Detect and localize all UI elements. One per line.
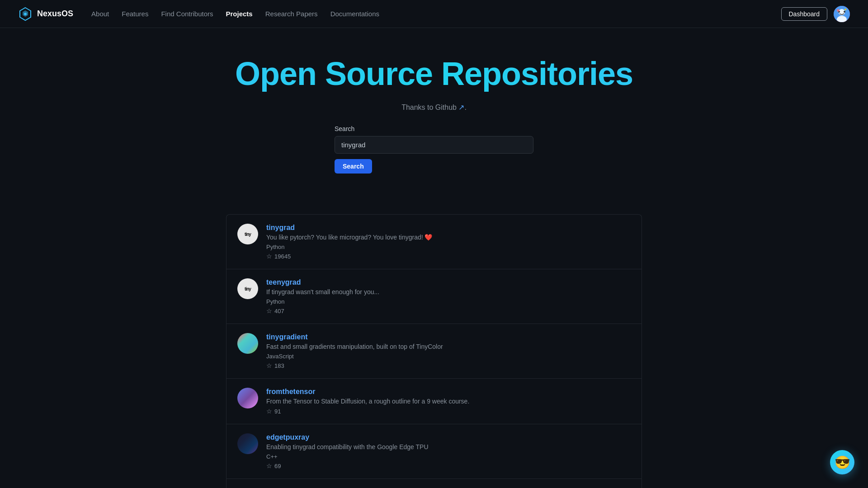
- repo-info: edgetpuxray Enabling tinygrad compatibil…: [266, 433, 631, 469]
- star-icon: ☆: [266, 253, 272, 260]
- nav-research-papers[interactable]: Research Papers: [265, 8, 318, 19]
- repo-name: tinygradient: [266, 333, 631, 341]
- svg-point-8: [837, 9, 840, 12]
- repo-stars: ☆ 69: [266, 462, 631, 469]
- repo-avatar: tiny: [237, 224, 258, 244]
- repo-description: Enabling tinygrad compatibility with the…: [266, 443, 631, 450]
- repo-card[interactable]: tiny teenygrad If tinygrad wasn't small …: [226, 269, 642, 324]
- repo-description: If tinygrad wasn't small enough for you.…: [266, 288, 631, 296]
- floating-assistant[interactable]: 😎: [830, 450, 854, 474]
- repo-name: tinygrad: [266, 224, 631, 232]
- github-link[interactable]: ↗: [458, 103, 464, 111]
- repo-info: teenygrad If tinygrad wasn't small enoug…: [266, 278, 631, 314]
- repo-name: fromthetensor: [266, 388, 631, 396]
- hero-title: Open Source Repositories: [9, 55, 859, 92]
- user-avatar[interactable]: [834, 6, 850, 22]
- nav-features[interactable]: Features: [122, 8, 148, 19]
- repo-stars: ☆ 183: [266, 362, 631, 369]
- star-count: 19645: [274, 253, 291, 260]
- dashboard-button[interactable]: Dashboard: [781, 7, 828, 21]
- repo-card[interactable]: fromthetensor From the Tensor to Stable …: [226, 378, 642, 424]
- repo-name: edgetpuxray: [266, 433, 631, 441]
- star-icon: ☆: [266, 362, 272, 369]
- hero-section: Open Source Repositories Thanks to Githu…: [0, 28, 868, 214]
- repo-card[interactable]: tinygradient Fast and small gradients ma…: [226, 324, 642, 378]
- nav-find-contributors[interactable]: Find Contributors: [161, 8, 213, 19]
- assistant-emoji: 😎: [835, 455, 850, 470]
- repo-info: tinygrad You like pytorch? You like micr…: [266, 224, 631, 260]
- nav-links: About Features Find Contributors Project…: [91, 8, 781, 19]
- star-icon: ☆: [266, 462, 272, 469]
- repo-card[interactable]: tiny tinyrwkv: [226, 479, 642, 488]
- repo-description: Fast and small gradients manipulation, b…: [266, 343, 631, 350]
- repo-stars: ☆ 407: [266, 307, 631, 314]
- star-count: 183: [274, 362, 284, 369]
- svg-point-9: [844, 9, 846, 10]
- repo-avatar: [237, 388, 258, 408]
- repo-language: C++: [266, 453, 631, 460]
- repo-avatar: tiny: [237, 278, 258, 299]
- repo-stars: ☆ 19645: [266, 253, 631, 260]
- results-container: tiny tinygrad You like pytorch? You like…: [226, 214, 642, 488]
- brand[interactable]: NexusOS: [18, 7, 73, 21]
- star-count: 407: [274, 308, 284, 314]
- nav-projects[interactable]: Projects: [226, 8, 253, 19]
- repo-language: Python: [266, 244, 631, 250]
- nav-right: Dashboard: [781, 6, 850, 22]
- search-button[interactable]: Search: [335, 159, 372, 174]
- repo-info: tinygradient Fast and small gradients ma…: [266, 333, 631, 369]
- star-icon: ☆: [266, 307, 272, 314]
- hero-subtitle: Thanks to Github ↗.: [9, 103, 859, 112]
- repo-language: JavaScript: [266, 353, 631, 360]
- nav-about[interactable]: About: [91, 8, 109, 19]
- star-icon: ☆: [266, 408, 272, 415]
- repo-avatar: [237, 333, 258, 354]
- navbar: NexusOS About Features Find Contributors…: [0, 0, 868, 28]
- star-count: 69: [274, 463, 281, 469]
- repo-avatar: [237, 433, 258, 454]
- repo-description: From the Tensor to Stable Diffusion, a r…: [266, 398, 631, 405]
- star-count: 91: [274, 408, 281, 415]
- repo-description: You like pytorch? You like micrograd? Yo…: [266, 234, 631, 241]
- nav-documentations[interactable]: Documentations: [330, 8, 379, 19]
- brand-name: NexusOS: [37, 9, 73, 19]
- brand-logo: [18, 7, 33, 21]
- repo-stars: ☆ 91: [266, 408, 631, 415]
- repo-card[interactable]: tiny tinygrad You like pytorch? You like…: [226, 214, 642, 269]
- search-input[interactable]: [335, 136, 533, 154]
- repo-language: Python: [266, 298, 631, 305]
- repo-name: teenygrad: [266, 278, 631, 286]
- search-label: Search: [335, 125, 354, 132]
- svg-point-2: [24, 13, 27, 15]
- repo-card[interactable]: edgetpuxray Enabling tinygrad compatibil…: [226, 424, 642, 479]
- svg-point-7: [844, 11, 845, 13]
- search-area: Search Search: [335, 125, 533, 174]
- repo-info: fromthetensor From the Tensor to Stable …: [266, 388, 631, 415]
